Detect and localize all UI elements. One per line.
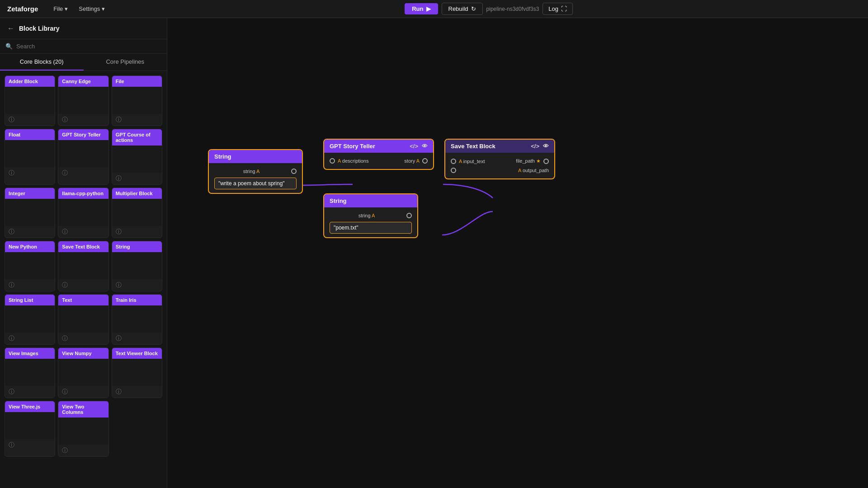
block-card-footer: ⓘ xyxy=(112,279,162,291)
block-card-footer: ⓘ xyxy=(5,333,55,344)
save-text-block-node[interactable]: Save Text Block </> 👁 A input_text file_… xyxy=(444,139,555,179)
info-icon[interactable]: ⓘ xyxy=(9,169,14,177)
block-card-body xyxy=(112,145,162,173)
save-right-port[interactable] xyxy=(543,159,549,164)
string2-value-input[interactable] xyxy=(330,222,412,234)
block-card-body xyxy=(112,305,162,333)
block-card-view-numpy[interactable]: View Numpy ⓘ xyxy=(58,347,108,398)
block-card-footer: ⓘ xyxy=(5,114,55,126)
info-icon[interactable]: ⓘ xyxy=(9,116,14,124)
block-card-header: New Python xyxy=(5,241,55,252)
block-card-canny-edge[interactable]: Canny Edge ⓘ xyxy=(58,75,108,126)
block-card-header: Train Iris xyxy=(112,295,162,305)
code-icon[interactable]: </> xyxy=(410,143,418,150)
string1-node[interactable]: String string A xyxy=(208,149,303,194)
info-icon[interactable]: ⓘ xyxy=(9,441,14,449)
tab-core-pipelines[interactable]: Core Pipelines xyxy=(84,54,167,70)
info-icon[interactable]: ⓘ xyxy=(116,334,122,343)
block-card-body xyxy=(58,252,108,279)
block-card-footer: ⓘ xyxy=(58,386,108,398)
block-card-string[interactable]: String ⓘ xyxy=(112,241,162,291)
block-card-multiplier-block[interactable]: Multiplier Block ⓘ xyxy=(112,188,162,238)
block-card-gpt-story-teller[interactable]: GPT Story Teller ⓘ xyxy=(58,129,108,185)
block-card-train-iris[interactable]: Train Iris ⓘ xyxy=(112,294,162,345)
block-card-header: View Images xyxy=(5,348,55,359)
topbar: Zetaforge File ▾ Settings ▾ Run ▶ Rebuil… xyxy=(0,0,868,18)
info-icon[interactable]: ⓘ xyxy=(62,169,68,177)
file-menu[interactable]: File ▾ xyxy=(49,4,72,14)
info-icon[interactable]: ⓘ xyxy=(62,116,68,124)
block-card-header: Save Text Block xyxy=(58,241,108,252)
settings-menu[interactable]: Settings ▾ xyxy=(74,4,109,14)
info-icon[interactable]: ⓘ xyxy=(116,116,122,124)
info-icon[interactable]: ⓘ xyxy=(62,281,68,289)
search-input[interactable] xyxy=(16,43,161,50)
string1-port-row: string A xyxy=(214,169,297,174)
save-left-port2[interactable] xyxy=(451,168,456,173)
block-card-body xyxy=(112,199,162,226)
block-card-text[interactable]: Text ⓘ xyxy=(58,294,108,345)
string2-node[interactable]: String string A xyxy=(323,193,418,238)
info-icon[interactable]: ⓘ xyxy=(9,334,14,343)
block-card-integer[interactable]: Integer ⓘ xyxy=(5,188,55,238)
gpt-port-row: A descriptions story A xyxy=(330,158,428,164)
back-button[interactable]: ← xyxy=(7,24,14,33)
save-header: Save Text Block </> 👁 xyxy=(445,140,554,153)
block-card-save-text-block[interactable]: Save Text Block ⓘ xyxy=(58,241,108,291)
block-card-footer: ⓘ xyxy=(5,439,55,451)
eye-icon2[interactable]: 👁 xyxy=(543,143,549,150)
topbar-center: Run ▶ Rebuild ↻ pipeline-ns3d0fvdf3s3 Lo… xyxy=(117,3,861,15)
save-left-port1[interactable] xyxy=(451,159,456,164)
info-icon[interactable]: ⓘ xyxy=(116,281,122,289)
block-card-view-three.js[interactable]: View Three.js ⓘ xyxy=(5,401,55,457)
log-button[interactable]: Log ⛶ xyxy=(542,3,573,15)
block-card-body xyxy=(58,305,108,333)
block-card-text-viewer-block[interactable]: Text Viewer Block ⓘ xyxy=(112,347,162,398)
block-card-body xyxy=(58,418,108,445)
block-card-footer: ⓘ xyxy=(112,333,162,344)
block-card-adder-block[interactable]: Adder Block ⓘ xyxy=(5,75,55,126)
info-icon[interactable]: ⓘ xyxy=(9,228,14,236)
code-icon2[interactable]: </> xyxy=(531,143,539,150)
string1-right-port[interactable] xyxy=(291,169,297,174)
string2-right-port[interactable] xyxy=(406,213,412,218)
block-card-view-two-columns[interactable]: View Two Columns ⓘ xyxy=(58,401,108,457)
block-card-new-python[interactable]: New Python ⓘ xyxy=(5,241,55,291)
block-card-llama-cpp-python[interactable]: llama-cpp-python ⓘ xyxy=(58,188,108,238)
gpt-header: GPT Story Teller </> 👁 xyxy=(324,140,433,153)
block-card-header: String List xyxy=(5,295,55,305)
block-card-view-images[interactable]: View Images ⓘ xyxy=(5,347,55,398)
gpt-title: GPT Story Teller xyxy=(330,143,375,150)
block-card-gpt-course-of-actions[interactable]: GPT Course of actions ⓘ xyxy=(112,129,162,185)
eye-icon[interactable]: 👁 xyxy=(422,143,428,150)
screen-icon: ⛶ xyxy=(561,5,567,12)
gpt-left-port[interactable] xyxy=(330,158,335,164)
info-icon[interactable]: ⓘ xyxy=(116,228,122,236)
rebuild-button[interactable]: Rebuild ↻ xyxy=(442,3,483,15)
chevron-down-icon: ▾ xyxy=(102,5,105,12)
block-card-footer: ⓘ xyxy=(5,167,55,179)
block-card-footer: ⓘ xyxy=(58,226,108,238)
run-button[interactable]: Run ▶ xyxy=(405,3,438,14)
info-icon[interactable]: ⓘ xyxy=(62,228,68,236)
string1-port-label: string A xyxy=(243,169,260,174)
block-card-header: llama-cpp-python xyxy=(58,188,108,199)
block-card-footer: ⓘ xyxy=(58,279,108,291)
string1-body: string A xyxy=(209,163,302,193)
info-icon[interactable]: ⓘ xyxy=(62,334,68,343)
gpt-right-port[interactable] xyxy=(422,158,428,164)
info-icon[interactable]: ⓘ xyxy=(116,388,122,396)
canvas[interactable]: String string A GPT Story Teller </> xyxy=(167,18,868,488)
info-icon[interactable]: ⓘ xyxy=(116,174,122,183)
info-icon[interactable]: ⓘ xyxy=(9,281,14,289)
tab-core-blocks[interactable]: Core Blocks (20) xyxy=(0,54,84,70)
info-icon[interactable]: ⓘ xyxy=(62,388,68,396)
block-card-file[interactable]: File ⓘ xyxy=(112,75,162,126)
block-card-float[interactable]: Float ⓘ xyxy=(5,129,55,185)
block-card-header: View Two Columns xyxy=(58,401,108,418)
info-icon[interactable]: ⓘ xyxy=(62,446,68,455)
string1-value-input[interactable] xyxy=(214,178,297,189)
block-card-string-list[interactable]: String List ⓘ xyxy=(5,294,55,345)
info-icon[interactable]: ⓘ xyxy=(9,388,14,396)
gpt-story-teller-node[interactable]: GPT Story Teller </> 👁 A descriptions st… xyxy=(323,139,434,170)
